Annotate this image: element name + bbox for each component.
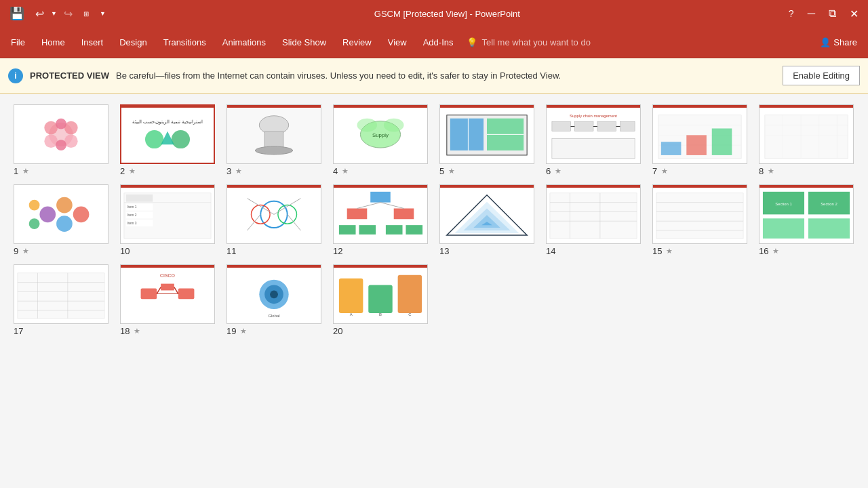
- protected-view-message: Be careful—files from the Internet can c…: [116, 70, 776, 81]
- slide-item-16[interactable]: Section 1 Section 2 16★: [759, 184, 854, 256]
- tab-insert[interactable]: Insert: [73, 27, 112, 58]
- info-icon: i: [8, 68, 23, 83]
- slide-number: 6: [546, 166, 551, 176]
- slide-item-3[interactable]: 3★: [226, 104, 322, 176]
- slide-meta-16: 16★: [759, 246, 854, 256]
- tab-transitions[interactable]: Transitions: [155, 27, 214, 58]
- slide-meta-11: 11: [226, 246, 321, 256]
- svg-point-7: [56, 140, 66, 150]
- undo-button[interactable]: ↩: [31, 6, 48, 22]
- slide-item-11[interactable]: 11: [226, 184, 322, 256]
- person-icon: 👤: [820, 37, 831, 47]
- svg-rect-153: [334, 265, 427, 268]
- slide-item-18[interactable]: CISCO 18★: [120, 264, 216, 336]
- slide-item-6[interactable]: Supply chain management 6★: [546, 104, 642, 176]
- svg-text:استراتيجية تنمية الزيتون حسب ا: استراتيجية تنمية الزيتون حسب البيئة: [132, 119, 203, 125]
- slide-thumbnail-15: [652, 184, 747, 244]
- customize-dropdown-button[interactable]: ▼: [96, 9, 110, 18]
- minimize-button[interactable]: ─: [804, 6, 819, 21]
- svg-rect-50: [686, 135, 707, 155]
- slide-item-12[interactable]: 12: [333, 184, 429, 256]
- slide-number: 20: [333, 326, 342, 336]
- svg-point-65: [56, 216, 73, 232]
- svg-text:Item 1: Item 1: [127, 205, 137, 209]
- slide-thumbnail-1: [14, 104, 108, 164]
- slide-meta-1: 1★: [14, 166, 108, 176]
- svg-rect-140: [141, 288, 157, 299]
- slide-thumbnail-18: CISCO: [120, 264, 215, 324]
- svg-rect-20: [334, 105, 427, 108]
- svg-text:A: A: [350, 312, 353, 317]
- svg-point-11: [145, 130, 163, 148]
- svg-rect-155: [368, 285, 392, 312]
- tab-file[interactable]: File: [3, 27, 33, 58]
- slide-item-20[interactable]: A B C 20: [333, 264, 429, 336]
- slide-number: 5: [439, 166, 444, 176]
- slide-number: 17: [14, 326, 23, 336]
- svg-rect-91: [347, 208, 368, 219]
- slide-thumbnail-6: Supply chain management: [546, 104, 641, 164]
- tab-animations[interactable]: Animations: [214, 27, 274, 58]
- slide-thumbnail-20: A B C: [333, 264, 428, 324]
- slide-meta-20: 20: [333, 326, 428, 336]
- svg-rect-28: [450, 118, 484, 150]
- undo-dropdown-button[interactable]: ▼: [50, 9, 58, 18]
- slide-item-9[interactable]: 9★: [14, 184, 109, 256]
- svg-rect-51: [712, 128, 732, 155]
- slide-item-2[interactable]: استراتيجية تنمية الزيتون حسب البيئة 2★: [120, 104, 216, 176]
- svg-point-24: [384, 118, 404, 131]
- svg-rect-33: [547, 105, 640, 108]
- slide-star-icon: ★: [768, 167, 774, 176]
- tab-slideshow[interactable]: Slide Show: [274, 27, 334, 58]
- slide-item-10[interactable]: Item 1 Item 2 Item 3 10: [120, 184, 216, 256]
- slide-item-5[interactable]: 5★: [439, 104, 535, 176]
- svg-rect-35: [552, 121, 571, 131]
- tab-design[interactable]: Design: [111, 27, 155, 58]
- slide-item-17[interactable]: 17: [14, 264, 109, 336]
- ribbon-search[interactable]: 💡 Tell me what you want to do: [461, 27, 812, 58]
- slide-number: 9: [14, 246, 18, 256]
- tab-view[interactable]: View: [380, 27, 415, 58]
- svg-rect-54: [765, 115, 848, 158]
- enable-editing-button[interactable]: Enable Editing: [783, 66, 860, 85]
- slide-star-icon: ★: [661, 167, 668, 176]
- slide-number: 10: [120, 246, 130, 256]
- slide-item-8[interactable]: 8★: [759, 104, 854, 176]
- svg-rect-38: [620, 121, 635, 131]
- slide-thumbnail-5: [439, 104, 534, 164]
- slide-item-15[interactable]: 15★: [652, 184, 748, 256]
- slide-item-14[interactable]: 14: [546, 184, 642, 256]
- help-button[interactable]: ?: [785, 7, 798, 20]
- slide-item-1[interactable]: 1★: [14, 104, 109, 176]
- slide-star-icon: ★: [240, 327, 247, 336]
- slide-meta-4: 4★: [333, 166, 428, 176]
- slide-number: 19: [226, 326, 236, 336]
- svg-text:Supply chain management: Supply chain management: [570, 113, 617, 117]
- share-button[interactable]: 👤 Share: [812, 27, 865, 58]
- slide-meta-17: 17: [14, 326, 108, 336]
- customize-quick-access-button[interactable]: ⊞: [79, 9, 93, 19]
- slide-thumbnail-7: [652, 104, 747, 164]
- slide-thumbnail-13: [439, 184, 534, 244]
- slide-item-19[interactable]: Global 19★: [226, 264, 322, 336]
- redo-button[interactable]: ↪: [60, 6, 77, 22]
- slide-meta-2: 2★: [120, 166, 215, 176]
- protected-view-bar: i PROTECTED VIEW Be careful—files from t…: [0, 58, 868, 94]
- svg-rect-107: [547, 185, 640, 188]
- svg-rect-36: [574, 121, 593, 131]
- tab-review[interactable]: Review: [334, 27, 380, 58]
- svg-text:Section 1: Section 1: [775, 201, 792, 205]
- svg-text:CISCO: CISCO: [160, 272, 175, 277]
- close-button[interactable]: ✕: [846, 6, 863, 22]
- slide-meta-8: 8★: [759, 166, 854, 176]
- svg-rect-154: [339, 278, 363, 312]
- tab-addins[interactable]: Add-Ins: [415, 27, 462, 58]
- slide-item-4[interactable]: Supply 4★: [333, 104, 429, 176]
- restore-button[interactable]: ⧉: [825, 6, 840, 21]
- slide-star-icon: ★: [22, 247, 29, 256]
- slide-item-7[interactable]: 7★: [652, 104, 748, 176]
- slide-star-icon: ★: [342, 167, 349, 176]
- save-button[interactable]: 💾: [5, 5, 28, 22]
- tab-home[interactable]: Home: [33, 27, 73, 58]
- slide-item-13[interactable]: 13: [439, 184, 535, 256]
